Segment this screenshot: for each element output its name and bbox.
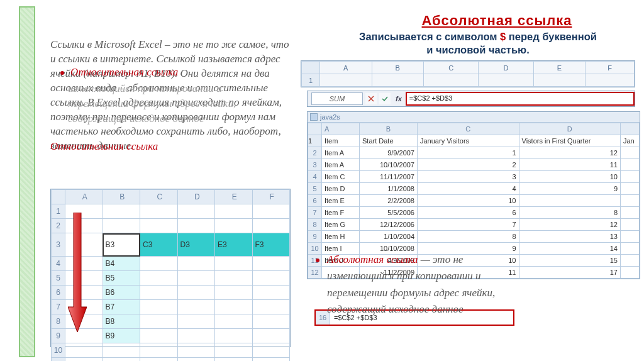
absolute-link-paragraph: Абсолютная ссылка — это не изменяющийся … — [327, 252, 610, 318]
bullet-icon — [60, 71, 64, 75]
table-row[interactable]: 2Item A9/9/2007112 — [308, 147, 640, 159]
cancel-icon[interactable] — [365, 93, 377, 104]
table-row[interactable]: 6Item E2/2/200810 — [308, 195, 640, 207]
cell[interactable]: F3 — [252, 233, 290, 257]
corner-cell — [302, 62, 320, 74]
cell[interactable]: D3 — [177, 233, 215, 257]
table-row[interactable]: 9Item H1/10/2004813 — [308, 231, 640, 243]
workbook-titlebar: java2s — [308, 112, 640, 123]
decorative-stripe — [19, 6, 35, 357]
relative-title-overlay: Относительная ссылка — [60, 65, 178, 80]
excel-relative-example: A B C D E F 1 2 3 B3 C3 D3 E3 F3 4B4 5B5… — [50, 189, 291, 347]
table-row[interactable]: 7Item F5/5/200668 — [308, 207, 640, 219]
col-head: C — [424, 62, 479, 74]
confirm-icon[interactable] — [379, 93, 391, 104]
col-head: E — [533, 62, 586, 74]
cell[interactable]: C3 — [140, 233, 178, 257]
relative-line2: перемещении формулы адрес ячейки, — [68, 97, 236, 111]
table-row[interactable]: 3Item A10/10/2007211 — [308, 159, 640, 171]
col-head: D — [479, 62, 533, 74]
formula-input[interactable]: =$C$2 +$D$3 — [406, 92, 635, 106]
absolute-link-title: Абсолютная ссылка — [352, 13, 641, 29]
formula-bar: SUM fx =$C$2 +$D$3 — [307, 91, 635, 107]
cell[interactable]: E3 — [215, 233, 253, 257]
table-row[interactable]: 4Item C11/11/2007310 — [308, 171, 640, 183]
relative-title2: Относительная ссылка — [50, 140, 158, 154]
relative-line1: изменяющийся при копировании и — [68, 82, 221, 96]
col-head: F — [586, 62, 635, 74]
col-head: B — [372, 62, 424, 74]
fx-icon[interactable]: fx — [396, 95, 402, 103]
excel-icon — [310, 113, 318, 121]
col-head: A — [320, 62, 372, 74]
excel-wide-header: A B C D E F 1 — [301, 60, 635, 87]
cell-B3[interactable]: B3 — [103, 233, 140, 257]
workbook-name: java2s — [320, 113, 340, 121]
relative-line3: содержащий исходное данное — [68, 112, 204, 126]
absolute-link-subtitle: Записывается с символом $ перед буквенно… — [302, 30, 644, 56]
name-box[interactable]: SUM — [311, 92, 363, 105]
table-row[interactable]: 5Item D1/1/200849 — [308, 183, 640, 195]
row-head: 1 — [302, 74, 320, 87]
table-row[interactable]: 8Item G12/12/2006712 — [308, 219, 640, 231]
